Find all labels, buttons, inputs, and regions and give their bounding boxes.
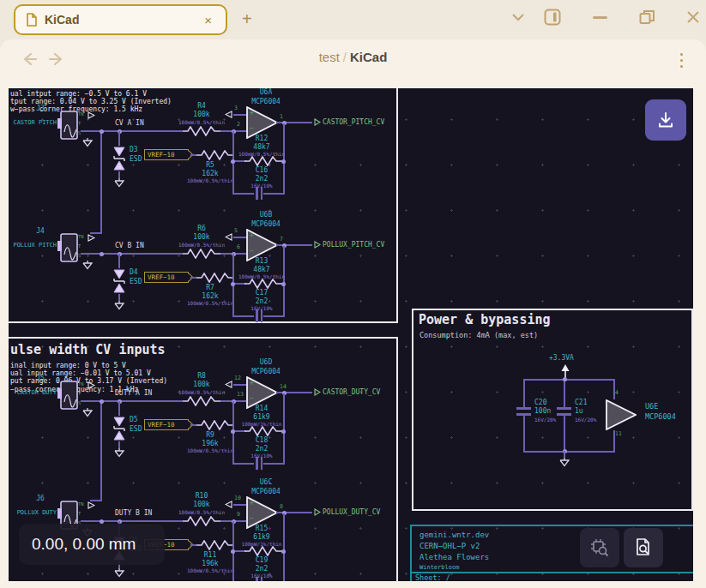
close-window-button[interactable] <box>684 7 703 27</box>
esd-diode-symbol[interactable] <box>112 268 126 294</box>
inspect-pcb-button[interactable] <box>580 528 619 567</box>
junction-dot <box>100 399 104 404</box>
resistor-value: 48k7 <box>233 266 290 273</box>
new-tab-button[interactable]: + <box>237 8 257 31</box>
resistor-symbol[interactable] <box>183 126 220 136</box>
jack-symbol[interactable] <box>57 233 80 262</box>
resistor-value: 100k <box>173 501 230 508</box>
vref-net-flag: VREF−10 <box>144 419 189 430</box>
overflow-menu-button[interactable] <box>675 48 687 72</box>
resistor-spec: 100mW/0.5%/thin <box>233 274 290 280</box>
opamp-minus-sign: − <box>250 394 254 402</box>
capacitor-symbol[interactable] <box>516 407 531 410</box>
wire <box>263 463 285 465</box>
tab-bar: KiCad × + <box>0 0 706 39</box>
capacitor-symbol[interactable] <box>516 413 531 416</box>
jack-pin-label: TN <box>78 111 84 117</box>
schematic-canvas[interactable]: ual intput range: −0.5 V to 6.1 V tput r… <box>9 88 693 581</box>
diode-value: ESD <box>130 155 142 163</box>
pin-number: 8 <box>280 504 283 510</box>
download-button[interactable] <box>645 99 686 141</box>
net-flag-icon <box>314 241 321 249</box>
wire <box>190 277 196 279</box>
jack-name: POLLUX PITCH <box>9 242 57 249</box>
opamp-value: MCP6004 <box>238 488 294 495</box>
esd-diode-symbol[interactable] <box>112 416 126 441</box>
jack-ref: J5 <box>24 375 57 382</box>
net-label-output: CASTOR_PITCH_CV <box>323 118 384 126</box>
opamp-ref: U6E <box>645 403 658 411</box>
net-flag-output: CASTOR_PITCH_CV <box>314 118 384 126</box>
resistor-symbol[interactable] <box>183 516 220 526</box>
chip-magnifier-icon <box>589 537 610 558</box>
close-tab-icon[interactable]: × <box>201 12 215 28</box>
browser-tab-kicad[interactable]: KiCad × <box>14 4 227 35</box>
capacitor-spec: 16V/20% <box>575 417 596 423</box>
minimize-button[interactable] <box>590 7 609 27</box>
wire <box>118 401 120 416</box>
resistor-symbol[interactable] <box>244 279 282 289</box>
capacitor-symbol[interactable] <box>557 407 571 410</box>
opamp-symbol[interactable] <box>606 399 637 430</box>
esd-diode-symbol[interactable] <box>112 146 126 171</box>
jack-symbol[interactable] <box>57 111 80 140</box>
resistor-symbol[interactable] <box>196 273 234 283</box>
resistor-symbol[interactable] <box>244 426 282 436</box>
inspect-schematic-button[interactable] <box>624 528 663 567</box>
restore-window-button[interactable] <box>637 7 657 27</box>
jack-pin-label: TN <box>78 381 84 387</box>
net-label-input: CV B IN <box>115 242 144 249</box>
net-flag-icon <box>314 118 321 126</box>
resistor-spec: 100mW/0.5%/thin <box>173 243 230 249</box>
resistor-symbol[interactable] <box>244 546 282 556</box>
ground-icon <box>559 458 570 467</box>
net-arrow-icon <box>87 234 95 242</box>
resistor-spec: 100mW/0.5%/thin <box>173 120 230 126</box>
titleblock-site: gemini.wntr.dev <box>419 531 489 539</box>
resistor-symbol[interactable] <box>196 150 234 160</box>
titleblock-sheet: Sheet: / <box>415 574 450 581</box>
chevron-down-icon[interactable] <box>509 7 528 27</box>
diode-value: ESD <box>130 278 142 285</box>
pin-number: 6 <box>237 244 240 250</box>
resistor-symbol[interactable] <box>183 396 220 406</box>
resistor-ref: R6 <box>173 225 230 232</box>
resistor-value: 100k <box>173 111 230 118</box>
wire <box>190 154 196 156</box>
junction-dot <box>281 282 286 286</box>
opamp-plus-sign: + <box>250 231 254 239</box>
pin-number: 5 <box>234 228 238 234</box>
resistor-ref: R10 <box>173 492 230 500</box>
opamp-value: MCP6004 <box>238 220 294 228</box>
junction-dot <box>281 429 286 434</box>
power-section-title: Power & bypassing <box>419 313 551 327</box>
resistor-ref: R5 <box>182 161 238 169</box>
resistor-symbol[interactable] <box>183 249 220 259</box>
pin-number: 4 <box>615 390 619 396</box>
sidebar-layout-icon[interactable] <box>543 7 562 27</box>
net-arrow-icon <box>225 111 232 118</box>
resistor-ref: R15 <box>233 525 290 532</box>
breadcrumb: test/KiCad <box>0 50 706 64</box>
jack-name: POLLUX DUTY <box>9 509 57 516</box>
resistor-symbol[interactable] <box>196 420 234 430</box>
capacitor-spec: 16V/10% <box>233 573 290 579</box>
wire <box>523 379 525 408</box>
resistor-symbol[interactable] <box>196 540 234 550</box>
capacitor-symbol[interactable] <box>557 413 571 416</box>
jack-ref: J6 <box>24 495 57 502</box>
resistor-value: 100k <box>173 233 230 241</box>
opamp-minus-sign: − <box>250 124 254 132</box>
breadcrumb-project[interactable]: test <box>319 50 340 64</box>
resistor-ref: R12 <box>233 135 290 142</box>
wire <box>263 193 285 195</box>
cv-input-channel: J5 CASTOR DUTY TN T S DUTY A IN D5 ESD R… <box>9 358 403 483</box>
wire <box>233 384 246 386</box>
jack-symbol[interactable] <box>57 381 80 410</box>
junction-dot <box>231 159 235 164</box>
ground-icon <box>82 138 93 147</box>
junction-dot <box>100 252 104 256</box>
diode-ref: D3 <box>130 146 138 153</box>
junction-dot <box>281 159 286 164</box>
resistor-symbol[interactable] <box>244 156 282 166</box>
